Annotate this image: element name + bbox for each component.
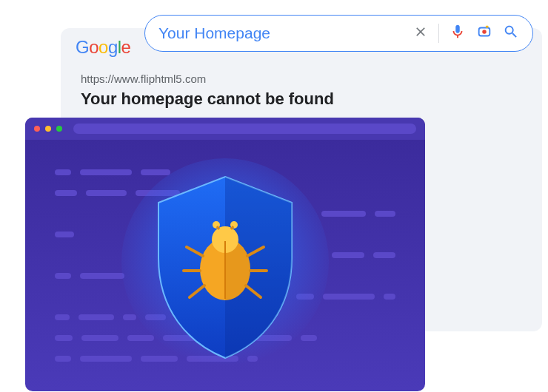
maximize-icon[interactable] — [56, 126, 62, 132]
lens-icon[interactable] — [476, 24, 492, 43]
clear-icon[interactable] — [413, 24, 428, 42]
close-icon[interactable] — [34, 126, 40, 132]
google-logo: Google — [76, 37, 130, 58]
minimize-icon[interactable] — [45, 126, 51, 132]
search-bar[interactable]: Your Homepage — [144, 15, 533, 52]
svg-point-1 — [482, 30, 487, 34]
search-icons-group — [413, 24, 519, 43]
search-icon[interactable] — [503, 24, 519, 43]
result-title: Your homepage cannot be found — [81, 89, 524, 109]
search-input[interactable]: Your Homepage — [158, 24, 413, 42]
shield-window — [25, 118, 425, 391]
window-titlebar — [25, 118, 425, 140]
shield-graphic — [121, 155, 329, 376]
icon-divider — [438, 24, 439, 43]
voice-icon[interactable] — [450, 24, 466, 43]
result-url: https://www.fliphtml5.com — [81, 72, 524, 85]
shield-body — [25, 140, 425, 391]
address-bar — [73, 124, 416, 134]
svg-rect-2 — [486, 26, 489, 28]
